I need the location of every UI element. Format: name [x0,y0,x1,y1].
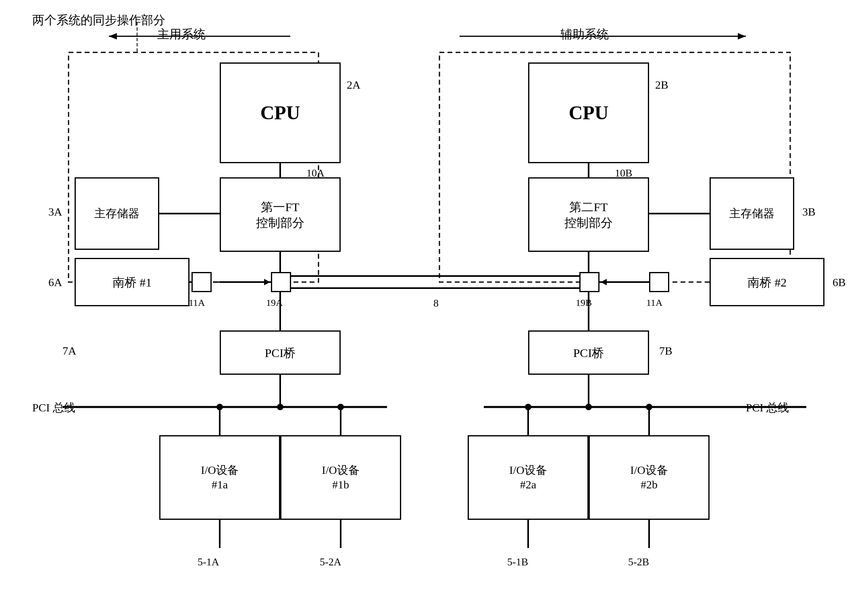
main-mem-left-ref: 3A [48,206,62,218]
southbridge2-ref: 6B [833,276,846,289]
svg-point-34 [525,404,531,410]
svg-point-38 [585,404,592,410]
cpu-2a-label: CPU [260,100,300,125]
io-2a-box: I/O设备#2a [468,435,589,520]
southbridge2-label: 南桥 #2 [747,274,787,290]
pci-bridge-right-label: PCI桥 [573,345,604,361]
southbridge2-box: 南桥 #2 [710,258,824,306]
io-1a-box: I/O设备#1a [159,435,280,520]
pci-bus-right-label: PCI 总线 [746,400,789,415]
pci-bridge-right-box: PCI桥 [528,330,649,375]
southbridge1-ref: 6A [48,276,62,289]
svg-marker-5 [738,33,746,39]
ref-5-1a: 5-1A [198,556,219,568]
main-mem-left-label: 主存储器 [94,206,139,221]
io-2a-label: I/O设备#2a [509,463,547,492]
cpu-2b-label: CPU [569,100,609,125]
io-1b-label: I/O设备#1b [322,463,359,492]
svg-point-32 [337,404,344,410]
cpu-2b-ref: 2B [655,79,668,91]
cpu-2b-box: CPU [528,62,649,163]
ft1-label: 第一FT控制部分 [256,199,304,230]
southbridge1-box: 南桥 #1 [75,258,189,306]
svg-marker-3 [109,33,117,39]
io-1a-label: I/O设备#1a [201,463,238,492]
ref-19a: 19A [266,297,283,308]
pci-bus-left-label: PCI 总线 [32,400,75,415]
io-2b-box: I/O设备#2b [589,435,710,520]
ref-5-1b: 5-1B [507,556,528,568]
pci-bridge-left-ref: 7A [62,345,76,357]
ft2-box: 第二FT控制部分 [528,177,649,252]
svg-point-30 [216,404,223,410]
pci-bridge-right-ref: 7B [659,345,672,357]
small-box-11a-left [192,272,212,292]
ref-5-2b: 5-2B [628,556,649,568]
small-box-19b [579,272,599,292]
ref-19b: 19B [576,297,592,308]
ref-8: 8 [433,297,439,309]
small-box-11a-right [649,272,669,292]
secondary-system-label: 辅助系统 [560,26,609,43]
pci-bridge-left-label: PCI桥 [265,345,296,361]
main-mem-right-label: 主存储器 [729,206,774,221]
cpu-2a-box: CPU [220,62,341,163]
main-mem-right-box: 主存储器 [710,177,794,250]
ft2-ref: 10B [615,167,632,179]
svg-point-36 [646,404,652,410]
small-box-19a [271,272,291,292]
ref-11a-right: 11A [646,297,662,308]
ft2-label: 第二FT控制部分 [564,199,613,230]
io-2b-label: I/O设备#2b [630,463,668,492]
ft1-ref: 10A [306,167,325,179]
main-mem-left-box: 主存储器 [75,177,159,250]
sync-label: 两个系统的同步操作部分 [32,12,165,29]
primary-system-label: 主用系统 [157,26,206,43]
svg-marker-20 [601,279,607,285]
pci-bridge-left-box: PCI桥 [220,330,341,375]
svg-marker-15 [264,279,270,285]
diagram-container: 两个系统的同步操作部分 主用系统 辅助系统 CPU 2A CPU 2B 主存储器… [0,0,868,598]
ft1-box: 第一FT控制部分 [220,177,341,252]
ref-5-2a: 5-2A [320,556,341,568]
cpu-2a-ref: 2A [347,79,360,91]
ref-11a-left: 11A [189,297,205,308]
io-1b-box: I/O设备#1b [280,435,401,520]
main-mem-right-ref: 3B [802,206,816,218]
southbridge1-label: 南桥 #1 [112,274,152,290]
svg-point-37 [277,404,283,410]
